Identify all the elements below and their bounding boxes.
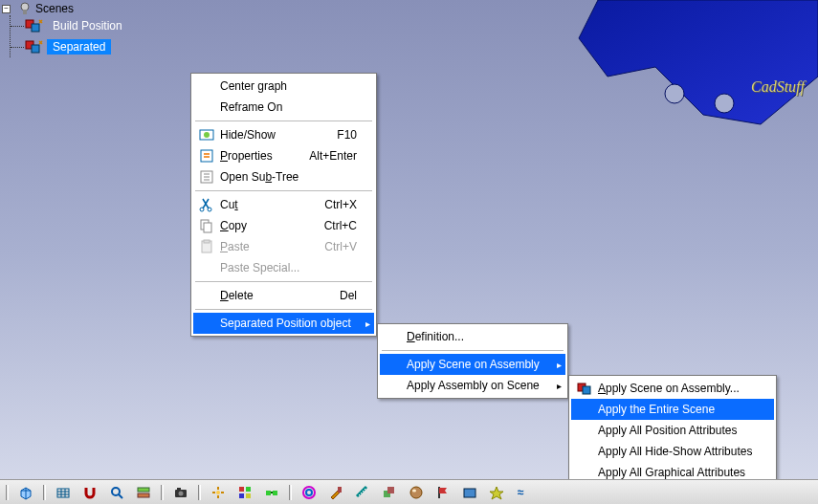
svg-point-2 (21, 3, 29, 11)
menu-open-subtree[interactable]: Open Sub-Tree (193, 166, 374, 187)
menu-copy[interactable]: CopyCtrl+C (193, 215, 374, 236)
svg-rect-29 (246, 487, 251, 492)
properties-icon (197, 148, 216, 164)
collapse-icon[interactable]: − (2, 5, 11, 13)
svg-point-9 (204, 132, 210, 138)
svg-rect-17 (204, 240, 210, 243)
toolbar-grip[interactable] (43, 485, 46, 500)
menu-apply-assembly-on-scene[interactable]: Apply Assembly on Scene (380, 375, 565, 396)
svg-rect-20 (57, 489, 69, 497)
context-menu: Center graph Reframe On Hide/ShowF10 Pro… (190, 73, 377, 337)
bottom-toolbar: ≈ (0, 479, 818, 504)
svg-rect-22 (138, 488, 149, 492)
menu-properties[interactable]: PropertiesAlt+Enter (193, 145, 374, 166)
scene-icon (24, 39, 43, 55)
tree-item-label: Build Position (47, 18, 128, 33)
svg-text:≈: ≈ (518, 486, 524, 499)
svg-rect-32 (266, 491, 271, 495)
tree-item-separated[interactable]: Separated (11, 36, 128, 57)
svg-rect-38 (387, 487, 394, 493)
menu-paste-special: Paste Special... (193, 257, 374, 278)
menu-apply-hideshow[interactable]: Apply All Hide-Show Attributes (571, 441, 774, 462)
menu-apply-scene-on-assembly[interactable]: Apply Scene on Assembly (380, 354, 565, 375)
svg-point-27 (216, 491, 220, 494)
menu-center-graph[interactable]: Center graph (193, 76, 374, 97)
toolbar-search-icon[interactable] (107, 483, 126, 502)
svg-point-13 (208, 208, 211, 211)
svg-rect-26 (177, 488, 181, 491)
toolbar-material-icon[interactable] (407, 483, 426, 502)
menu-cut[interactable]: CutCtrl+X (193, 194, 374, 215)
toolbar-paint-icon[interactable] (326, 483, 345, 502)
svg-rect-7 (32, 45, 39, 53)
svg-point-40 (412, 489, 416, 492)
svg-rect-5 (32, 24, 39, 32)
toolbar-approx-icon[interactable]: ≈ (514, 483, 533, 502)
tree-item-label: Separated (47, 39, 111, 55)
copy-icon (197, 218, 216, 233)
svg-rect-15 (204, 223, 211, 232)
toolbar-star-icon[interactable] (487, 483, 506, 502)
menu-object-submenu[interactable]: Separated Position object (193, 313, 374, 334)
toolbar-spiral-icon[interactable] (299, 483, 319, 502)
svg-rect-30 (239, 493, 244, 498)
menu-separator (195, 121, 372, 121)
tree-item-build-position[interactable]: Build Position (11, 15, 128, 36)
toolbar-grip[interactable] (289, 485, 292, 500)
toolbar-group-icon[interactable] (235, 483, 254, 502)
object-submenu: Definition... Apply Scene on Assembly Ap… (377, 323, 568, 399)
svg-rect-31 (246, 493, 251, 498)
svg-rect-10 (201, 150, 212, 162)
toolbar-explode-icon[interactable] (209, 483, 228, 502)
toolbar-shaded-icon[interactable] (460, 483, 479, 502)
svg-point-1 (715, 94, 734, 113)
menu-reframe-on[interactable]: Reframe On (193, 97, 374, 118)
svg-point-39 (410, 487, 422, 498)
toolbar-settings-icon[interactable] (134, 483, 153, 502)
menu-apply-scene-assembly-cmd[interactable]: Apply Scene on Assembly... (571, 378, 774, 399)
specification-tree[interactable]: − Scenes Build Position Separated (2, 2, 128, 57)
paste-icon (197, 239, 216, 254)
toolbar-camera-icon[interactable] (171, 483, 190, 502)
tree-root-scenes[interactable]: − Scenes (2, 2, 128, 15)
svg-rect-41 (464, 489, 475, 497)
menu-paste: PasteCtrl+V (193, 236, 374, 257)
svg-point-12 (200, 208, 204, 211)
toolbar-grid-icon[interactable] (54, 483, 73, 502)
menu-separator (195, 309, 372, 310)
cut-icon (197, 197, 216, 212)
toolbar-cube-icon[interactable] (16, 483, 35, 502)
apply-scene-icon (575, 381, 594, 396)
svg-point-35 (306, 490, 312, 495)
svg-rect-3 (23, 10, 27, 14)
svg-rect-23 (138, 493, 149, 497)
subtree-icon (197, 169, 216, 185)
toolbar-flag-icon[interactable] (433, 483, 453, 502)
svg-rect-33 (273, 491, 277, 495)
svg-point-25 (179, 491, 184, 495)
svg-point-0 (665, 84, 684, 103)
menu-apply-entire-scene[interactable]: Apply the Entire Scene (571, 399, 774, 420)
toolbar-linked-icon[interactable] (262, 483, 281, 502)
menu-hide-show[interactable]: Hide/ShowF10 (193, 124, 374, 145)
svg-point-34 (303, 487, 315, 498)
toolbar-grip[interactable] (161, 485, 164, 500)
svg-point-21 (112, 488, 120, 495)
toolbar-grip[interactable] (198, 485, 201, 500)
toolbar-magnet-icon[interactable] (80, 483, 99, 502)
menu-separator (195, 190, 372, 191)
menu-separator (382, 350, 564, 351)
toolbar-section-icon[interactable] (380, 483, 399, 502)
watermark: CadStuff (751, 78, 805, 96)
scenes-icon (18, 2, 32, 15)
menu-delete[interactable]: DeleteDel (193, 285, 374, 306)
tree-root-label: Scenes (35, 2, 74, 15)
toolbar-measure-icon[interactable] (353, 483, 372, 502)
menu-definition[interactable]: Definition... (380, 326, 565, 347)
menu-separator (195, 281, 372, 282)
menu-apply-position[interactable]: Apply All Position Attributes (571, 420, 774, 441)
toolbar-grip[interactable] (6, 485, 9, 500)
svg-rect-36 (338, 487, 342, 493)
svg-rect-19 (583, 386, 590, 394)
svg-rect-28 (239, 487, 244, 492)
